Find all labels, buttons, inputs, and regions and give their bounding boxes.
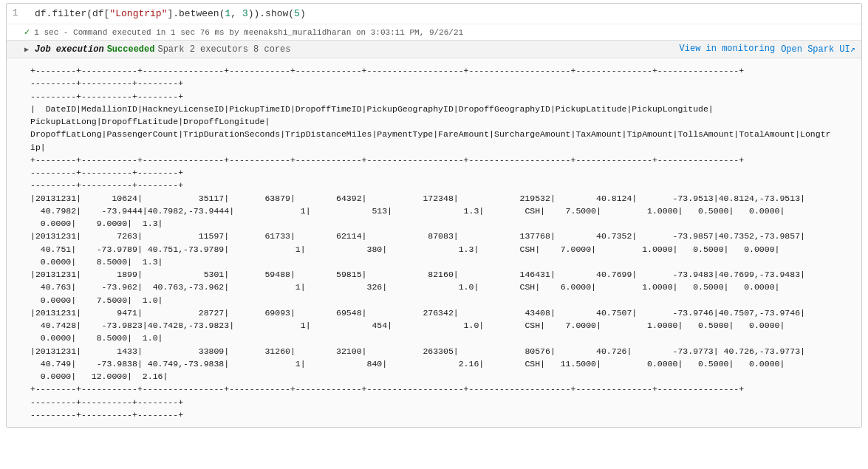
open-spark-ui-link[interactable]: Open Spark UI↗ [781,44,855,55]
code-text: df.filter(df["Longtrip"].between(1, 3)).… [35,8,306,19]
cell-number: 1 [13,8,35,18]
execution-info: ✓ 1 sec - Command executed in 1 sec 76 m… [7,24,861,40]
job-execution-bar: ▶ Job execution Succeeded Spark 2 execut… [7,40,861,58]
cell-code[interactable]: df.filter(df["Longtrip"].between(1, 3)).… [35,8,855,19]
check-icon: ✓ [24,27,30,38]
job-status: Succeeded [107,44,155,55]
notebook-cell: 1 df.filter(df["Longtrip"].between(1, 3)… [6,3,862,428]
cell-input: 1 df.filter(df["Longtrip"].between(1, 3)… [7,4,861,24]
job-links: View in monitoring Open Spark UI↗ [680,44,855,55]
execution-time-text: 1 sec - Command executed in 1 sec 76 ms … [34,28,463,37]
expand-icon[interactable]: ▶ [24,45,29,54]
spark-info: Spark 2 executors 8 cores [157,44,290,55]
job-execution-label: Job execution [35,44,104,55]
view-monitoring-link[interactable]: View in monitoring [680,44,776,55]
output-text: +--------+-----------+----------------+-… [13,61,855,424]
cell-output: +--------+-----------+----------------+-… [7,58,861,427]
